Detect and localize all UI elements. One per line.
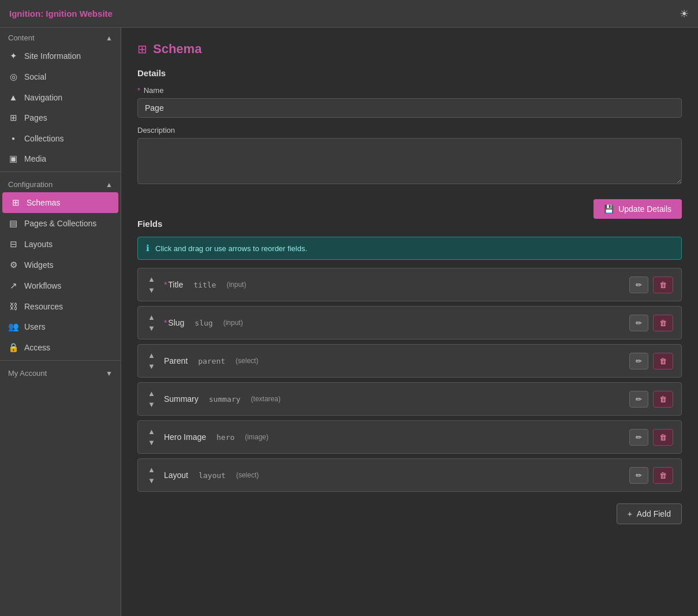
update-details-button[interactable]: 💾 Update Details [594, 199, 682, 219]
delete-field-button[interactable]: 🗑 [653, 277, 673, 293]
arrow-up-button[interactable]: ▲ [146, 465, 157, 475]
sidebar-item-label: Navigation [24, 93, 62, 102]
add-field-button[interactable]: + Add Field [617, 503, 682, 524]
details-section-title: Details [137, 68, 682, 78]
field-key: summary [209, 395, 241, 404]
sidebar-item-label: Pages & Collections [24, 219, 96, 228]
sidebar-item-label: Workflows [24, 281, 61, 290]
name-input[interactable] [137, 98, 682, 118]
sidebar-item-label: Schemas [27, 198, 60, 207]
users-icon: 👥 [8, 322, 18, 332]
field-display-name: Layout [164, 471, 188, 480]
pages-icon: ⊞ [8, 113, 18, 123]
site-label: Ignition Website [46, 9, 113, 18]
media-icon: ▣ [8, 154, 18, 164]
pages-collections-icon: ▤ [8, 218, 18, 229]
name-group: * Name [137, 86, 682, 118]
table-row: ▲ ▼ *Slug slug (input) ✏ 🗑 [137, 306, 682, 339]
arrow-up-button[interactable]: ▲ [146, 427, 157, 436]
sidebar-item-users[interactable]: 👥 Users [0, 316, 121, 337]
account-section-label: My Account [8, 369, 47, 378]
sidebar-item-label: Social [24, 72, 46, 81]
sidebar-section-account[interactable]: My Account ▼ [0, 363, 121, 381]
sidebar-item-label: Media [24, 154, 46, 163]
sidebar-item-media[interactable]: ▣ Media [0, 148, 121, 169]
description-label: Description [137, 126, 682, 135]
widgets-icon: ⚙ [8, 260, 18, 270]
fields-section-title: Fields [137, 219, 682, 229]
sidebar-item-pages[interactable]: ⊞ Pages [0, 107, 121, 128]
delete-field-button[interactable]: 🗑 [653, 429, 673, 446]
field-type: (input) [223, 319, 243, 327]
sidebar-item-layouts[interactable]: ⊟ Layouts [0, 234, 121, 255]
config-section-label: Configuration [8, 180, 53, 189]
navigation-icon: ▲ [8, 92, 18, 102]
field-type: (select) [236, 357, 258, 365]
table-row: ▲ ▼ Hero Image hero (image) ✏ 🗑 [137, 420, 682, 454]
arrow-down-button[interactable]: ▼ [146, 438, 157, 447]
field-actions: ✏ 🗑 [629, 429, 673, 446]
content-toggle[interactable]: ▲ [106, 34, 113, 42]
sidebar-section-config: Configuration ▲ [0, 174, 121, 192]
arrow-down-button[interactable]: ▼ [146, 476, 157, 486]
delete-field-button[interactable]: 🗑 [653, 391, 673, 408]
arrow-down-button[interactable]: ▼ [146, 400, 157, 409]
field-reorder-arrows: ▲ ▼ [146, 312, 157, 333]
sun-icon[interactable]: ☀ [680, 8, 689, 20]
sidebar-item-schemas[interactable]: ⊞ Schemas [2, 192, 118, 213]
arrow-down-button[interactable]: ▼ [146, 285, 157, 295]
arrow-up-button[interactable]: ▲ [146, 389, 157, 398]
sidebar-item-label: Site Information [24, 51, 81, 61]
info-icon: ℹ [146, 243, 150, 253]
edit-field-button[interactable]: ✏ [629, 391, 648, 408]
sidebar-item-site-information[interactable]: ✦ Site Information [0, 46, 121, 66]
sidebar-item-widgets[interactable]: ⚙ Widgets [0, 255, 121, 275]
field-reorder-arrows: ▲ ▼ [146, 389, 157, 409]
description-textarea[interactable] [137, 138, 682, 184]
arrow-up-button[interactable]: ▲ [146, 312, 157, 322]
sidebar-item-resources[interactable]: ⛓ Resources [0, 296, 121, 316]
delete-field-button[interactable]: 🗑 [653, 315, 673, 331]
topbar: Ignition: Ignition Website ☀ [0, 0, 698, 28]
field-actions: ✏ 🗑 [629, 391, 673, 408]
field-reorder-arrows: ▲ ▼ [146, 465, 157, 486]
edit-field-button[interactable]: ✏ [629, 277, 648, 293]
account-toggle[interactable]: ▼ [106, 369, 113, 378]
arrow-up-button[interactable]: ▲ [146, 274, 157, 284]
schemas-icon: ⊞ [10, 197, 21, 208]
sidebar-item-navigation[interactable]: ▲ Navigation [0, 87, 121, 107]
edit-field-button[interactable]: ✏ [629, 353, 648, 369]
arrow-down-button[interactable]: ▼ [146, 323, 157, 333]
update-btn-label: Update Details [618, 204, 671, 214]
arrow-up-button[interactable]: ▲ [146, 350, 157, 360]
info-text: Click and drag or use arrows to reorder … [155, 244, 307, 253]
field-actions: ✏ 🗑 [629, 353, 673, 369]
field-type: (select) [236, 471, 259, 479]
sidebar-item-social[interactable]: ◎ Social [0, 66, 121, 87]
required-marker: * [164, 318, 167, 327]
sidebar-item-access[interactable]: 🔒 Access [0, 337, 121, 358]
field-reorder-arrows: ▲ ▼ [146, 274, 157, 295]
edit-field-button[interactable]: ✏ [629, 429, 648, 446]
sidebar-section-content: Content ▲ [0, 28, 121, 46]
layouts-icon: ⊟ [8, 239, 18, 249]
field-display-name: Hero Image [164, 432, 206, 442]
edit-field-button[interactable]: ✏ [629, 315, 648, 331]
table-row: ▲ ▼ *Title title (input) ✏ 🗑 [137, 268, 682, 301]
sidebar-item-label: Widgets [24, 260, 54, 270]
delete-field-button[interactable]: 🗑 [653, 467, 673, 484]
field-type: (textarea) [251, 395, 281, 403]
sidebar-item-collections[interactable]: ▪ Collections [0, 128, 121, 148]
sidebar-item-pages-collections[interactable]: ▤ Pages & Collections [0, 213, 121, 234]
field-display-name: Summary [164, 394, 199, 404]
arrow-down-button[interactable]: ▼ [146, 361, 157, 371]
resources-icon: ⛓ [8, 301, 18, 311]
main-content: ⊞ Schema Details * Name Description 💾 Up… [121, 28, 698, 616]
edit-field-button[interactable]: ✏ [629, 467, 648, 484]
sidebar-item-workflows[interactable]: ↗ Workflows [0, 275, 121, 296]
config-toggle[interactable]: ▲ [106, 181, 113, 189]
field-type: (image) [245, 433, 268, 441]
delete-field-button[interactable]: 🗑 [653, 353, 673, 369]
save-icon: 💾 [604, 204, 614, 214]
field-key: title [193, 281, 216, 289]
